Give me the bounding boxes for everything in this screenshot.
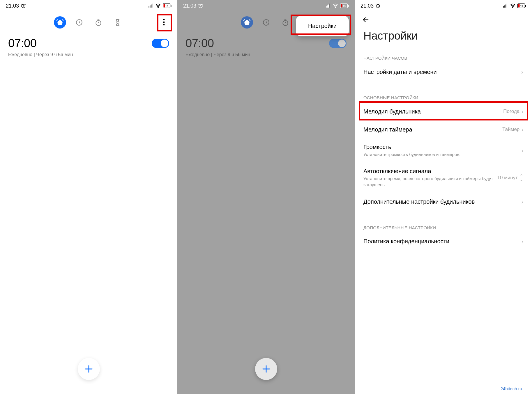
tab-timer[interactable] <box>112 16 124 29</box>
divider <box>363 215 523 215</box>
svg-rect-20 <box>329 4 330 8</box>
timer-value: Таймер <box>502 127 519 132</box>
divider <box>363 85 523 85</box>
signal-icon <box>503 3 508 8</box>
battery-icon: 19 <box>517 3 526 8</box>
svg-rect-4 <box>152 4 153 8</box>
highlight-settings-popup <box>291 15 351 35</box>
tab-stopwatch[interactable] <box>92 16 105 29</box>
row-timer-ringtone[interactable]: Мелодия таймера Таймер › <box>355 120 532 139</box>
svg-rect-1 <box>149 6 149 8</box>
highlight-ringtone <box>359 101 528 120</box>
chevron-right-icon: › <box>521 69 523 75</box>
svg-text:19: 19 <box>343 5 346 8</box>
row-auto-off[interactable]: Автоотключение сигнала Установите время,… <box>355 163 532 193</box>
updown-icon: ⌃⌄ <box>519 175 523 181</box>
page-title: Настройки <box>355 25 532 50</box>
svg-rect-32 <box>506 5 506 8</box>
svg-rect-19 <box>328 5 329 8</box>
alarm-status-icon <box>198 3 203 8</box>
screen-alarm-list: 21:03 19 <box>0 0 177 394</box>
svg-rect-36 <box>518 4 520 8</box>
svg-text:19: 19 <box>520 5 523 8</box>
screen-alarm-menu-open: 21:03 19 <box>177 0 355 394</box>
status-bar: 21:03 19 <box>355 0 532 12</box>
signal-icon <box>326 3 331 8</box>
tab-alarm[interactable] <box>241 16 253 29</box>
tab-bar <box>0 12 177 31</box>
svg-rect-8 <box>171 5 172 7</box>
tab-stopwatch[interactable] <box>279 16 291 29</box>
status-bar: 21:03 19 <box>177 0 355 12</box>
svg-rect-3 <box>151 5 151 8</box>
section-clock-settings: НАСТРОЙКИ ЧАСОВ <box>355 50 532 63</box>
chevron-right-icon: › <box>521 147 523 154</box>
row-date-time[interactable]: Настройки даты и времени › <box>355 63 532 81</box>
highlight-overflow <box>157 14 172 31</box>
alarm-item[interactable]: 07:00 <box>0 31 177 52</box>
screen-settings: 21:03 19 Настройки <box>355 0 532 394</box>
alarm-status-icon <box>21 3 26 8</box>
watermark: 24hitech.ru <box>501 386 522 391</box>
row-volume[interactable]: Громкость Установите громкость будильник… <box>355 139 532 163</box>
status-time: 21:03 <box>183 3 196 9</box>
signal-icon <box>148 3 153 8</box>
alarm-toggle[interactable] <box>329 39 347 48</box>
svg-rect-23 <box>341 4 342 8</box>
chevron-right-icon: › <box>521 126 523 133</box>
status-time: 21:03 <box>360 3 374 9</box>
svg-rect-2 <box>150 6 150 8</box>
svg-text:19: 19 <box>165 5 168 8</box>
add-alarm-button[interactable] <box>78 358 100 380</box>
alarm-toggle[interactable] <box>152 39 169 48</box>
svg-point-28 <box>283 21 288 26</box>
status-bar: 21:03 19 <box>0 0 177 12</box>
autooff-value: 10 минут <box>497 175 518 181</box>
row-advanced-alarm[interactable]: Дополнительные настройки будильников › <box>355 193 532 211</box>
alarm-time: 07:00 <box>185 37 214 50</box>
battery-icon: 19 <box>340 3 349 8</box>
svg-point-26 <box>244 20 249 25</box>
wifi-icon <box>155 3 161 8</box>
tab-clock[interactable] <box>73 16 85 29</box>
svg-rect-7 <box>164 4 165 8</box>
svg-point-21 <box>335 7 336 8</box>
back-button[interactable] <box>362 16 525 24</box>
wifi-icon <box>333 3 338 8</box>
svg-point-12 <box>96 21 101 26</box>
alarm-subtitle: Ежедневно | Через 9 ч 56 мин <box>177 52 355 57</box>
svg-point-5 <box>158 7 158 8</box>
svg-rect-24 <box>348 5 349 7</box>
svg-rect-18 <box>327 6 328 8</box>
wifi-icon <box>510 3 516 8</box>
svg-rect-30 <box>503 6 504 8</box>
svg-rect-17 <box>326 6 327 8</box>
svg-rect-33 <box>507 4 507 8</box>
alarm-time: 07:00 <box>8 37 37 50</box>
chevron-right-icon: › <box>521 198 523 205</box>
svg-rect-37 <box>525 5 526 7</box>
status-time: 21:03 <box>6 3 19 9</box>
alarm-subtitle: Ежедневно | Через 9 ч 56 мин <box>0 52 177 57</box>
battery-icon: 19 <box>163 3 172 8</box>
chevron-right-icon: › <box>521 238 523 245</box>
section-main-settings: ОСНОВНЫЕ НАСТРОЙКИ <box>355 89 532 102</box>
tab-alarm[interactable] <box>54 16 66 29</box>
svg-point-34 <box>512 7 513 8</box>
alarm-status-icon <box>375 3 381 8</box>
svg-rect-31 <box>504 6 505 8</box>
svg-point-10 <box>57 20 62 25</box>
tab-clock[interactable] <box>260 16 272 29</box>
add-alarm-button[interactable] <box>255 358 277 380</box>
row-privacy[interactable]: Политика конфиденциальности › <box>355 233 532 251</box>
section-additional: ДОПОЛНИТЕЛЬНЫЕ НАСТРОЙКИ <box>355 219 532 233</box>
